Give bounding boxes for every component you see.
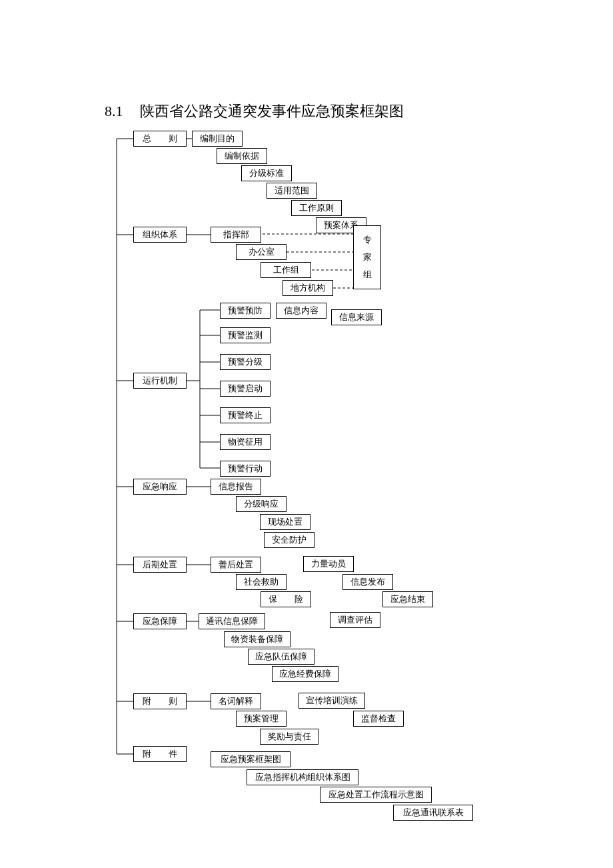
item-material-req: 物资征用 [220,434,271,450]
item-comm-guarantee: 通讯信息保障 [199,613,265,629]
item-force-mobilize: 力量动员 [303,556,354,572]
expert-l2: 家 [363,249,372,266]
item-plan-manage: 预案管理 [236,711,287,727]
item-training: 宣传培训演练 [299,693,365,709]
item-framework-diagram: 应急预案框架图 [211,751,291,767]
page-title: 8.1 陕西省公路交通突发事件应急预案框架图 [105,101,404,121]
section-response: 应急响应 [133,479,187,495]
section-organization: 组织体系 [133,227,187,243]
item-warn-prevent: 预警预防 [220,303,271,319]
section-supplementary: 附 则 [133,693,187,709]
item-contact-table: 应急通讯联系表 [393,805,473,821]
item-local: 地方机构 [283,280,333,296]
item-purpose: 编制目的 [192,131,243,147]
item-org-diagram: 应急指挥机构组织体系图 [247,769,358,785]
item-warn-monitor: 预警监测 [220,327,271,343]
expert-l1: 专 [363,231,372,249]
page: 8.1 陕西省公路交通突发事件应急预案框架图 总 则 编制目的 编制依 [0,0,613,868]
item-warn-end: 预警终止 [220,407,271,423]
expert-l3: 组 [363,266,372,283]
title-text: 陕西省公路交通突发事件应急预案框架图 [140,103,404,119]
item-workflow-diagram: 应急处置工作流程示意图 [320,787,432,803]
item-workgroup: 工作组 [261,262,311,278]
item-supervision: 监督检查 [353,711,404,727]
item-warn-action: 预警行动 [220,461,271,477]
item-principles: 工作原则 [291,200,342,216]
section-operation: 运行机制 [133,373,187,389]
item-scope: 适用范围 [267,183,317,199]
item-scene-handle: 现场处置 [260,514,310,530]
item-investigate: 调查评估 [330,612,380,628]
item-warn-start: 预警启动 [220,381,271,397]
section-general: 总 则 [133,131,187,147]
item-reward-duty: 奖励与责任 [260,729,318,745]
title-number: 8.1 [105,103,123,119]
item-office: 办公室 [236,244,287,260]
item-basis: 编制依据 [217,148,267,164]
section-post: 后期处置 [133,557,187,573]
item-info-publish: 信息发布 [342,574,393,590]
item-warn-level: 预警分级 [220,354,271,370]
item-funds-guarantee: 应急经费保障 [272,666,338,682]
item-social-aid: 社会救助 [236,574,287,590]
item-material-guarantee: 物资装备保障 [224,631,291,647]
item-aftermath: 善后处置 [211,557,261,573]
item-insurance: 保 险 [261,591,311,607]
item-info-report: 信息报告 [211,479,261,495]
item-standard: 分级标准 [241,165,292,181]
section-guarantee: 应急保障 [133,613,187,629]
item-command: 指挥部 [211,227,261,243]
item-info-source: 信息来源 [331,309,382,325]
item-team-guarantee: 应急队伍保障 [248,649,314,665]
section-attachments: 附 件 [133,746,187,762]
item-emergency-end: 应急结束 [382,591,433,607]
item-level-response: 分级响应 [236,496,287,512]
item-info-content: 信息内容 [276,303,326,319]
item-safety-protect: 安全防护 [264,532,314,548]
item-terminology: 名词解释 [211,693,261,709]
item-expert-group: 专 家 组 [353,225,381,289]
